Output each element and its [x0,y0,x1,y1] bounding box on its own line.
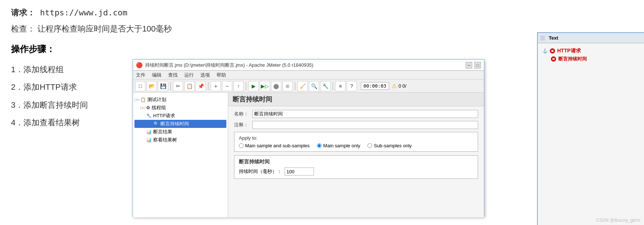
check-line: 检查： 让程序检查响应时间是否大于100毫秒 [11,23,465,34]
sidebar-content: ⚓ HTTP请求 断言持续时间 [538,43,644,65]
maximize-button[interactable]: □ [474,62,481,69]
request-label: 请求： [11,8,35,17]
tree-node-assertion-result[interactable]: 📊 断言结果 [134,128,226,136]
error-icon-duration [551,56,556,62]
menu-edit[interactable]: 编辑 [152,72,162,78]
menu-help[interactable]: 帮助 [216,72,226,78]
new-button[interactable]: □ [135,81,145,91]
menu-find[interactable]: 查找 [168,72,178,78]
apply-to-title: Apply to: [239,135,473,141]
expand-test-plan[interactable]: □─ [134,97,140,102]
name-field-row: 名称： [234,110,478,118]
radio-main-only[interactable]: Main sample only [317,143,360,148]
clear-button[interactable]: 🧹 [297,81,308,91]
radio-sub-only[interactable]: Sub-samples only [367,143,411,148]
duration-title: 断言持续时间 [239,159,473,165]
help-button[interactable]: ? [347,81,357,91]
sidebar-item-duration-assertion[interactable]: 断言持续时间 [542,56,640,62]
request-url: https://www.jd.com [40,8,127,17]
sidebar-duration-label: 断言持续时间 [558,56,587,62]
jmeter-title: 持续时间断言.jmx (D:\jmeter\持续时间断言.jmx) - Apac… [145,62,313,69]
sidebar-drag-handle[interactable] [541,36,544,41]
right-sidebar: Text ⚓ HTTP请求 断言持续时间 [537,32,644,225]
watermark: CSDN @illusory_germ [596,218,640,223]
error-icon-http [550,48,555,54]
radio-group: Main sample and sub-samples Main sample … [239,143,473,148]
stop-button[interactable]: ⬤ [271,81,281,91]
tree-node-view-tree[interactable]: 📊 察看结果树 [134,136,226,144]
copy-button[interactable]: 📋 [184,81,195,91]
step-4-text: 4．添加查看结果树 [11,114,80,132]
tree-node-http-request[interactable]: 🔧 HTTP请求 [134,112,226,120]
window-controls[interactable]: ─ □ [466,62,481,69]
radio-main-only-label: Main sample only [323,143,360,148]
duration-assertion-label: 断言持续时间 [160,121,189,127]
open-button[interactable]: 📂 [147,81,157,91]
duration-input[interactable] [285,167,314,176]
jmeter-menubar[interactable]: 文件 编辑 查找 运行 选项 帮助 [133,71,484,80]
tree-node-test-plan[interactable]: □─ 📋 测试计划 [134,96,226,104]
test-plan-icon: 📋 [140,97,146,102]
comment-label: 注释： [234,122,252,128]
tree-node-duration-assertion[interactable]: 🔍 断言持续时间 [134,120,226,128]
apply-to-box: Apply to: Main sample and sub-samples Ma… [234,132,478,152]
add-button[interactable]: + [211,81,221,91]
duration-field-label: 持续时间（毫秒）： [239,168,282,175]
toolbar-sep-5 [333,82,333,90]
step-2-text: 2．添加HTTP请求 [11,78,77,96]
remove-button[interactable]: − [222,81,232,91]
step-3-text: 3．添加断言持续时间 [11,96,88,114]
minimize-button[interactable]: ─ [466,62,472,69]
thread-group-icon: ⚙ [146,105,150,110]
sidebar-titlebar: Text [538,33,644,43]
move-up-button[interactable]: ↑ [233,81,244,91]
toolbar-timer: 00:00:03 [361,82,389,90]
assertion-result-icon: 📊 [146,129,152,134]
expand-thread-group[interactable]: □─ [140,106,145,110]
panel-body: 名称： 注释： Apply to: Main sample and sub-sa… [228,106,484,182]
search-button[interactable]: 🔍 [309,81,319,91]
check-label: 检查： [11,24,35,33]
function-helper-button[interactable]: 🔧 [320,81,330,91]
request-line: 请求： https://www.jd.com [11,7,465,18]
list-view-button[interactable]: ≡ [335,81,345,91]
toolbar-sep-2 [208,82,208,90]
name-input[interactable] [252,110,478,118]
step-1-text: 1．添加线程组 [11,61,64,78]
jmeter-titlebar: 🔴 持续时间断言.jmx (D:\jmeter\持续时间断言.jmx) - Ap… [133,60,484,71]
name-label: 名称： [234,111,252,117]
view-tree-icon: 📊 [146,137,152,143]
panel-header: 断言持续时间 [228,93,484,106]
title-left: 🔴 持续时间断言.jmx (D:\jmeter\持续时间断言.jmx) - Ap… [136,62,313,69]
test-plan-label: 测试计划 [147,96,166,103]
save-button[interactable]: 💾 [158,81,168,91]
start-button[interactable]: ▶ [248,81,259,91]
jmeter-app-icon: 🔴 [136,62,143,69]
radio-sub-only-input[interactable] [367,143,372,148]
sidebar-http-label: HTTP请求 [557,48,581,54]
comment-field-row: 注释： [234,121,478,129]
anchor-icon: ⚓ [542,48,548,54]
tree-node-thread-group[interactable]: □─ ⚙ 线程组 [134,104,226,112]
menu-file[interactable]: 文件 [136,72,145,78]
radio-main-sub-input[interactable] [239,143,244,148]
comment-input[interactable] [252,121,478,129]
menu-options[interactable]: 选项 [200,72,210,78]
radio-main-sub[interactable]: Main sample and sub-samples [239,143,310,148]
right-panel: 断言持续时间 名称： 注释： Apply to: [228,93,484,217]
sidebar-item-http-request[interactable]: ⚓ HTTP请求 [542,46,640,56]
radio-main-only-input[interactable] [317,143,322,148]
jmeter-toolbar: □ 📂 💾 ✂ 📋 📌 + − ↑ ▶ ▶▷ ⬤ ⊗ 🧹 🔍 🔧 ≡ ? 00:… [133,80,484,93]
start-no-pause-button[interactable]: ▶▷ [260,81,270,91]
cut-button[interactable]: ✂ [173,81,183,91]
jmeter-window: 🔴 持续时间断言.jmx (D:\jmeter\持续时间断言.jmx) - Ap… [133,59,484,217]
check-text: 让程序检查响应时间是否大于100毫秒 [37,24,172,33]
jmeter-body: □─ 📋 测试计划 □─ ⚙ 线程组 🔧 HTTP请求 🔍 断言持续时 [133,93,484,217]
paste-button[interactable]: 📌 [196,81,206,91]
shutdown-button[interactable]: ⊗ [282,81,293,91]
menu-run[interactable]: 运行 [184,72,194,78]
thread-group-label: 线程组 [152,104,166,111]
tree-panel: □─ 📋 测试计划 □─ ⚙ 线程组 🔧 HTTP请求 🔍 断言持续时 [133,93,228,217]
http-request-icon: 🔧 [146,113,152,118]
toolbar-sep-4 [295,82,295,90]
